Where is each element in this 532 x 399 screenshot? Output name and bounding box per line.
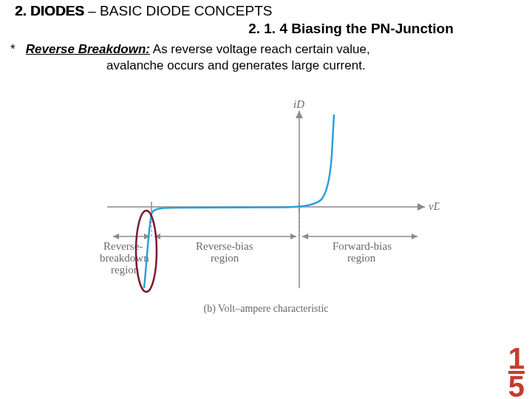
title-line: 2. DIODES – BASIC DIODE CONCEPTS <box>15 3 525 19</box>
body-text: * Reverse Breakdown: As reverse voltage … <box>0 37 532 74</box>
svg-marker-9 <box>113 233 119 239</box>
slide-header: 2. DIODES – BASIC DIODE CONCEPTS 2. 1. 4… <box>0 0 532 37</box>
title-rest: – BASIC DIODE CONCEPTS <box>84 3 272 18</box>
xlabel: vD <box>429 200 440 212</box>
region-reverse-breakdown-l2: breakdown <box>100 252 149 264</box>
page-number-d2: 5 <box>508 371 525 399</box>
region-reverse-bias-l2: region <box>211 252 239 264</box>
region-reverse-breakdown-l3: region <box>111 264 140 276</box>
section-subtitle: 2. 1. 4 Biasing the PN-Junction <box>177 21 525 37</box>
iv-curve <box>144 115 334 288</box>
term-reverse-breakdown: Reverse Breakdown: <box>26 42 150 56</box>
chart-caption: (b) Volt–ampere characteristic <box>204 303 329 315</box>
region-forward-bias-l1: Forward-bias <box>332 240 392 252</box>
svg-marker-1 <box>417 203 425 211</box>
body-line1: As reverse voltage reach certain value, <box>150 42 370 56</box>
iv-curve-chart: iD vD Reverse- breakdown region Reverse-… <box>92 96 440 318</box>
region-reverse-bias-l1: Reverse-bias <box>196 240 253 252</box>
svg-marker-15 <box>302 233 308 239</box>
page-number: 1 5 <box>508 346 525 399</box>
svg-marker-3 <box>296 111 303 118</box>
chapter-label: 2. DIODES <box>15 3 84 18</box>
page-number-d1: 1 <box>508 346 525 371</box>
svg-marker-16 <box>412 233 417 239</box>
region-forward-bias-l2: region <box>347 252 376 264</box>
ylabel: iD <box>293 98 304 110</box>
bullet-star: * <box>10 42 16 56</box>
body-line2: avalanche occurs and generates large cur… <box>106 58 517 74</box>
svg-marker-13 <box>290 233 296 239</box>
